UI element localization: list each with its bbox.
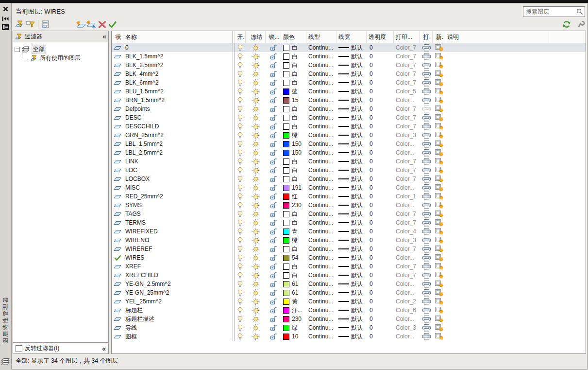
linetype-cell[interactable]: Continu...	[306, 88, 336, 95]
on-toggle[interactable]	[235, 272, 246, 279]
lock-toggle[interactable]	[266, 176, 281, 183]
table-row[interactable]: 标题栏描述	[112, 315, 586, 323]
new-vp-frozen-layer-icon[interactable]	[86, 19, 97, 30]
table-row[interactable]: 图框	[112, 332, 586, 341]
on-toggle[interactable]	[235, 176, 246, 183]
table-row[interactable]: BLK_4mm^2	[112, 70, 586, 78]
lock-toggle[interactable]	[266, 324, 281, 332]
status-cell[interactable]	[112, 71, 123, 77]
color-cell[interactable]: 54	[281, 254, 306, 261]
lock-toggle[interactable]	[266, 106, 281, 113]
freeze-toggle[interactable]	[246, 105, 266, 113]
color-cell[interactable]: 洋...	[281, 306, 306, 315]
layer-name[interactable]: BLK_2.5mm^2	[123, 62, 233, 69]
lock-toggle[interactable]	[266, 219, 281, 227]
new-vp-freeze-toggle[interactable]	[433, 96, 445, 104]
linetype-cell[interactable]: Continu...	[306, 298, 336, 305]
lock-toggle[interactable]	[266, 211, 281, 218]
linetype-cell[interactable]: Continu...	[306, 167, 336, 174]
new-vp-freeze-toggle[interactable]	[433, 263, 445, 270]
freeze-toggle[interactable]	[246, 70, 266, 78]
lineweight-cell[interactable]: 默认	[336, 201, 367, 210]
status-cell[interactable]	[112, 123, 123, 129]
lock-toggle[interactable]	[266, 53, 281, 60]
plot-toggle[interactable]	[420, 184, 433, 192]
transparency-cell[interactable]: 0	[367, 106, 394, 112]
plot-toggle[interactable]	[420, 219, 433, 227]
status-cell[interactable]	[112, 106, 123, 112]
plot-style-cell[interactable]: Color...	[394, 141, 420, 147]
new-vp-freeze-toggle[interactable]	[433, 79, 445, 87]
status-cell[interactable]	[112, 194, 123, 199]
new-vp-freeze-toggle[interactable]	[433, 70, 445, 78]
on-toggle[interactable]	[235, 167, 246, 174]
transparency-cell[interactable]: 0	[367, 219, 394, 226]
tree-collapse-icon[interactable]	[15, 47, 20, 52]
freeze-toggle[interactable]	[246, 184, 266, 192]
plot-style-cell[interactable]: Color_2	[394, 298, 420, 305]
refresh-icon[interactable]	[561, 19, 572, 30]
freeze-toggle[interactable]	[246, 306, 266, 315]
layer-name[interactable]: WIRES	[123, 254, 233, 261]
filter-tree-root-label[interactable]: 全部	[32, 45, 46, 54]
lock-toggle[interactable]	[266, 184, 281, 192]
layer-name[interactable]: 0	[123, 44, 233, 51]
lineweight-cell[interactable]: 默认	[336, 210, 367, 218]
plot-style-cell[interactable]: Color_7	[394, 70, 420, 77]
color-cell[interactable]: 白	[281, 219, 306, 227]
layer-name[interactable]: LOC	[123, 167, 233, 174]
lineweight-cell[interactable]: 默认	[336, 219, 367, 227]
on-toggle[interactable]	[235, 106, 246, 113]
on-toggle[interactable]	[235, 70, 246, 78]
status-cell[interactable]	[112, 316, 123, 322]
color-cell[interactable]: 绿	[281, 236, 306, 245]
new-vp-freeze-toggle[interactable]	[433, 245, 445, 253]
new-vp-freeze-toggle[interactable]	[433, 123, 445, 130]
freeze-toggle[interactable]	[246, 123, 266, 131]
plot-toggle[interactable]	[420, 79, 433, 87]
transparency-cell[interactable]: 0	[367, 88, 394, 95]
status-cell[interactable]	[112, 229, 123, 234]
plot-toggle[interactable]	[420, 281, 433, 288]
table-row[interactable]: WIRENO	[112, 236, 586, 245]
plot-toggle[interactable]	[420, 53, 433, 60]
header-freeze[interactable]: 冻结	[246, 31, 266, 43]
color-cell[interactable]: 白	[281, 105, 306, 113]
filter-tree-child[interactable]: 所有使用的图层	[22, 53, 107, 62]
color-cell[interactable]: 白	[281, 175, 306, 183]
transparency-cell[interactable]: 0	[367, 97, 394, 104]
lock-toggle[interactable]	[266, 141, 281, 148]
new-property-filter-icon[interactable]	[15, 19, 25, 30]
table-row[interactable]: YE-GN_25mm^2	[112, 288, 586, 297]
color-swatch[interactable]	[283, 299, 289, 305]
color-swatch[interactable]	[283, 316, 289, 322]
lineweight-cell[interactable]: 默认	[336, 123, 367, 131]
linetype-cell[interactable]: Continu...	[306, 70, 336, 77]
transparency-cell[interactable]: 0	[367, 141, 394, 147]
linetype-cell[interactable]: Continu...	[306, 132, 336, 139]
new-vp-freeze-toggle[interactable]	[433, 53, 445, 60]
table-row[interactable]: LBL_2.5mm^2	[112, 148, 586, 157]
on-toggle[interactable]	[235, 228, 246, 235]
lineweight-cell[interactable]: 默认	[336, 315, 367, 323]
set-current-layer-icon[interactable]	[107, 19, 118, 30]
on-toggle[interactable]	[235, 324, 246, 332]
lineweight-cell[interactable]: 默认	[336, 166, 367, 175]
plot-style-cell[interactable]: Color...	[394, 97, 420, 104]
plot-toggle[interactable]	[420, 193, 433, 200]
transparency-cell[interactable]: 0	[367, 123, 394, 130]
new-vp-freeze-toggle[interactable]	[433, 324, 445, 332]
color-cell[interactable]: 青	[281, 228, 306, 236]
color-swatch[interactable]	[283, 246, 289, 252]
on-toggle[interactable]	[235, 62, 246, 69]
auto-hide-icon[interactable]	[1, 15, 9, 22]
new-vp-freeze-toggle[interactable]	[433, 175, 445, 183]
new-vp-freeze-toggle[interactable]	[433, 193, 445, 200]
lineweight-cell[interactable]: 默认	[336, 289, 367, 297]
header-lineweight[interactable]: 线宽	[336, 31, 367, 43]
layer-name[interactable]: BRN_1.5mm^2	[123, 97, 233, 104]
status-cell[interactable]	[112, 185, 123, 191]
freeze-toggle[interactable]	[246, 158, 266, 166]
settings-icon[interactable]	[576, 19, 587, 30]
plot-toggle[interactable]	[420, 254, 433, 262]
